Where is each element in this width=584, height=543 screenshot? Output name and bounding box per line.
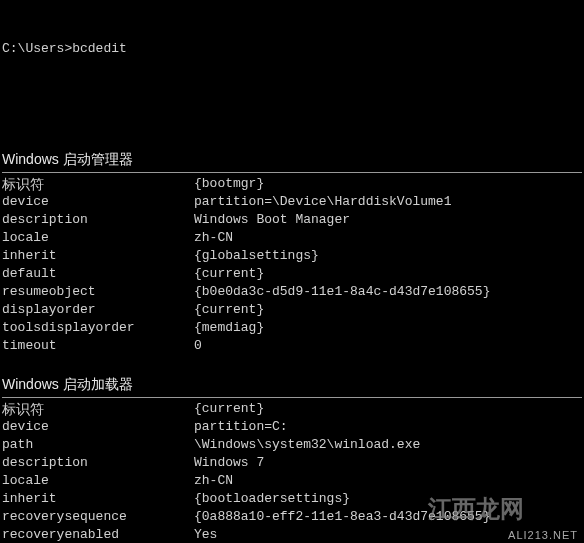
section-header: Windows 启动加载器: [2, 373, 582, 395]
row-key: inherit: [2, 490, 194, 508]
row-value: partition=\Device\HarddiskVolume1: [194, 193, 451, 211]
row-value: {0a888a10-eff2-11e1-8ea3-d43d7e108655}: [194, 508, 490, 526]
row-key: displayorder: [2, 301, 194, 319]
row-value: {bootmgr}: [194, 175, 264, 193]
output-row: displayorder{current}: [2, 301, 582, 319]
row-value: zh-CN: [194, 472, 233, 490]
section-header: Windows 启动管理器: [2, 148, 582, 170]
divider: [2, 397, 582, 398]
row-key: locale: [2, 229, 194, 247]
row-key: description: [2, 454, 194, 472]
row-key: default: [2, 265, 194, 283]
output-row: inherit{bootloadersettings}: [2, 490, 582, 508]
output-row: devicepartition=C:: [2, 418, 582, 436]
output-row: devicepartition=\Device\HarddiskVolume1: [2, 193, 582, 211]
row-value: Windows Boot Manager: [194, 211, 350, 229]
row-key: recoverysequence: [2, 508, 194, 526]
row-value: 0: [194, 337, 202, 355]
blank-line: [2, 94, 582, 112]
row-key: recoveryenabled: [2, 526, 194, 543]
output-row: path\Windows\system32\winload.exe: [2, 436, 582, 454]
divider: [2, 172, 582, 173]
row-key: 标识符: [2, 400, 194, 418]
row-value: {b0e0da3c-d5d9-11e1-8a4c-d43d7e108655}: [194, 283, 490, 301]
row-value: Windows 7: [194, 454, 264, 472]
output-row: descriptionWindows 7: [2, 454, 582, 472]
prompt: C:\Users>: [2, 41, 72, 56]
row-value: partition=C:: [194, 418, 288, 436]
command-text: bcdedit: [72, 41, 127, 56]
output-row: inherit{globalsettings}: [2, 247, 582, 265]
row-key: timeout: [2, 337, 194, 355]
row-value: \Windows\system32\winload.exe: [194, 436, 420, 454]
output-row: localezh-CN: [2, 472, 582, 490]
blank-line: [2, 355, 582, 373]
output-row: default{current}: [2, 265, 582, 283]
row-value: Yes: [194, 526, 217, 543]
row-value: {memdiag}: [194, 319, 264, 337]
output-row: 标识符{bootmgr}: [2, 175, 582, 193]
row-value: zh-CN: [194, 229, 233, 247]
row-key: locale: [2, 472, 194, 490]
output-row: toolsdisplayorder{memdiag}: [2, 319, 582, 337]
output-row: recoveryenabledYes: [2, 526, 582, 543]
output-row: 标识符{current}: [2, 400, 582, 418]
output-row: resumeobject{b0e0da3c-d5d9-11e1-8a4c-d43…: [2, 283, 582, 301]
row-value: {current}: [194, 265, 264, 283]
terminal-output[interactable]: C:\Users>bcdedit Windows 启动管理器标识符{bootmg…: [0, 0, 584, 543]
output-row: recoverysequence{0a888a10-eff2-11e1-8ea3…: [2, 508, 582, 526]
output-row: descriptionWindows Boot Manager: [2, 211, 582, 229]
row-key: description: [2, 211, 194, 229]
row-key: device: [2, 193, 194, 211]
row-key: path: [2, 436, 194, 454]
output-row: localezh-CN: [2, 229, 582, 247]
row-key: inherit: [2, 247, 194, 265]
row-key: resumeobject: [2, 283, 194, 301]
output-row: timeout0: [2, 337, 582, 355]
row-key: device: [2, 418, 194, 436]
command-line: C:\Users>bcdedit: [2, 40, 582, 58]
row-value: {current}: [194, 301, 264, 319]
row-value: {bootloadersettings}: [194, 490, 350, 508]
row-key: toolsdisplayorder: [2, 319, 194, 337]
row-value: {current}: [194, 400, 264, 418]
row-value: {globalsettings}: [194, 247, 319, 265]
row-key: 标识符: [2, 175, 194, 193]
